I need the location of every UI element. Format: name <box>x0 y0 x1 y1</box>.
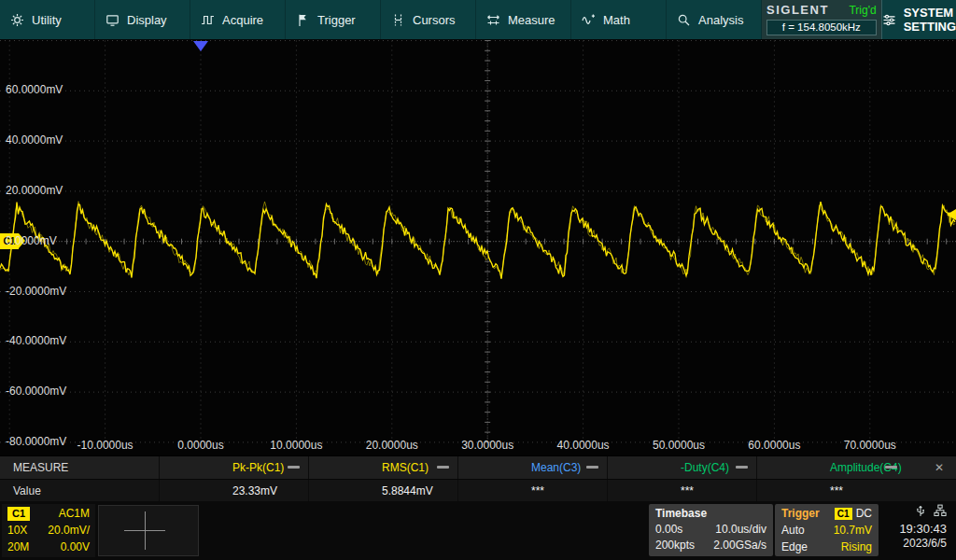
measure-column-header[interactable]: Mean(C3) <box>457 456 607 479</box>
measure-column-value: 23.33mV <box>159 480 308 502</box>
measure-title: MEASURE <box>0 461 159 474</box>
network-icon <box>934 504 947 521</box>
trigger-level: 10.7mV <box>834 524 872 537</box>
measure-column-header[interactable]: RMS(C1) <box>308 456 457 479</box>
timebase-panel[interactable]: Timebase 0.00s 10.0us/div 200kpts 2.00GS… <box>649 504 773 556</box>
trigger-type-row: Edge Rising <box>781 540 872 553</box>
channel1-offset-marker[interactable]: C1 <box>0 233 19 249</box>
trigger-slope: Rising <box>841 540 872 553</box>
brand-logo: SIGLENT <box>766 3 829 17</box>
channel1-badge: C1 <box>7 507 30 521</box>
channel1-coupling: AC1M <box>59 507 90 521</box>
channel1-scale: 20.0mV/ <box>48 524 90 538</box>
measure-column-label: -Duty(C4) <box>681 461 729 474</box>
timebase-points: 200kpts <box>655 539 713 552</box>
menu-item-label: Cursors <box>413 13 456 27</box>
trigger-type: Edge <box>781 540 808 553</box>
minimize-icon[interactable] <box>885 466 897 469</box>
top-menu-bar: UtilityDisplayAcquireTriggerCursorsMeasu… <box>0 0 956 39</box>
measure-column-label: Pk-Pk(C1) <box>232 461 284 474</box>
menu-item-acquire[interactable]: Acquire <box>190 0 286 39</box>
measure-column-header[interactable]: Amplitude(C4) <box>756 456 906 479</box>
graticule-and-waveform <box>0 39 956 455</box>
trigger-flag-icon <box>296 13 310 27</box>
timebase-values: 0.00s 10.0us/div 200kpts 2.00GSa/s <box>655 523 766 552</box>
menu-item-analysis[interactable]: Analysis <box>667 0 762 39</box>
waveform-display-area: C1 60.0000mV40.0000mV20.0000mV0.0000mV-2… <box>0 39 956 455</box>
trigger-panel[interactable]: Trigger C1 DC Auto 10.7mV Edge Rising <box>775 504 879 556</box>
channel1-bandwidth: 20M <box>7 540 29 554</box>
system-setting-icon <box>882 13 896 27</box>
math-icon <box>582 13 596 27</box>
measure-icon <box>486 13 500 27</box>
channel1-offset: 0.00V <box>61 540 90 554</box>
channel1-offset-marker-label: C1 <box>4 236 16 246</box>
menu-item-label: Math <box>603 13 630 27</box>
minimize-icon[interactable] <box>437 466 449 469</box>
menu-item-label: Utility <box>32 13 62 27</box>
channel1-probe: 10X <box>7 524 27 538</box>
brand-status-block: SIGLENT Trig'd f = 154.8050kHz <box>762 0 881 39</box>
analysis-icon <box>677 13 691 27</box>
trigger-mode: Auto <box>781 524 805 537</box>
measure-column-header[interactable]: -Duty(C4) <box>607 456 756 479</box>
cursors-icon <box>391 13 405 27</box>
timebase-delay: 0.00s <box>655 523 713 536</box>
channel1-descriptor[interactable]: C1 AC1M 10X 20.0mV/ 20M 0.00V <box>2 504 95 557</box>
trigger-coupling: DC <box>856 507 872 520</box>
measure-column-value: *** <box>756 480 906 502</box>
measure-column-header[interactable]: Pk-Pk(C1) <box>159 456 308 479</box>
trigger-level-marker[interactable] <box>947 209 956 220</box>
close-icon[interactable] <box>935 461 944 474</box>
usb-icon <box>914 504 927 521</box>
io-status-icons <box>914 504 947 521</box>
menu-item-cursors[interactable]: Cursors <box>381 0 476 39</box>
menu-item-label: Trigger <box>317 13 356 27</box>
minimize-icon[interactable] <box>586 466 598 469</box>
measure-column-label: RMS(C1) <box>382 461 429 474</box>
display-icon <box>105 13 120 27</box>
timebase-scale: 10.0us/div <box>713 523 766 536</box>
trigger-status-badge: Trig'd <box>849 4 876 17</box>
clock-date: 2023/6/5 <box>903 537 947 550</box>
acquire-icon <box>201 13 215 27</box>
menu-item-label: Display <box>127 13 167 27</box>
menu-item-math[interactable]: Math <box>571 0 667 39</box>
measure-column-label: Mean(C3) <box>531 461 581 474</box>
clock-panel: 19:30:43 2023/6/5 <box>879 501 956 550</box>
menu-item-label: Acquire <box>222 13 263 27</box>
trigger-position-marker[interactable] <box>193 41 208 51</box>
trigger-title: Trigger <box>781 507 820 520</box>
measure-column-value: 5.8844mV <box>308 480 457 502</box>
channel1-row2: 10X 20.0mV/ <box>7 524 90 538</box>
menu-item-trigger[interactable]: Trigger <box>286 0 381 39</box>
menu-item-label: Analysis <box>698 13 743 27</box>
position-widget[interactable] <box>98 505 199 556</box>
frequency-counter: f = 154.8050kHz <box>766 20 877 35</box>
menu-bar: UtilityDisplayAcquireTriggerCursorsMeasu… <box>0 0 762 39</box>
measure-column-value: *** <box>607 480 756 502</box>
minimize-icon[interactable] <box>288 466 300 469</box>
channel1-row1: C1 AC1M <box>7 507 90 521</box>
oscilloscope-screen: UtilityDisplayAcquireTriggerCursorsMeasu… <box>0 0 956 560</box>
menu-item-display[interactable]: Display <box>95 0 190 39</box>
trigger-source-badge: C1 <box>835 508 852 520</box>
trigger-mode-row: Auto 10.7mV <box>781 524 872 537</box>
measure-header-columns: Pk-Pk(C1)RMS(C1)Mean(C3)-Duty(C4)Amplitu… <box>159 456 906 479</box>
minimize-icon[interactable] <box>736 466 748 469</box>
crosshair-icon <box>145 511 146 550</box>
measure-panel: MEASURE Pk-Pk(C1)RMS(C1)Mean(C3)-Duty(C4… <box>0 455 956 501</box>
system-setting-button[interactable]: SYSTEM SETTING <box>881 0 956 39</box>
trigger-source: C1 DC <box>835 507 872 520</box>
menu-item-measure[interactable]: Measure <box>476 0 571 39</box>
timebase-title: Timebase <box>655 507 766 520</box>
measure-column-value: *** <box>457 480 607 502</box>
menu-item-utility[interactable]: Utility <box>0 0 95 39</box>
timebase-samplerate: 2.00GSa/s <box>713 539 766 552</box>
gear-icon <box>10 13 24 27</box>
menu-item-label: Measure <box>508 13 555 27</box>
clock-time: 19:30:43 <box>899 522 947 536</box>
measure-header-row: MEASURE Pk-Pk(C1)RMS(C1)Mean(C3)-Duty(C4… <box>0 456 956 480</box>
brand-row: SIGLENT Trig'd <box>766 3 877 17</box>
system-setting-label: SYSTEM SETTING <box>904 6 956 34</box>
